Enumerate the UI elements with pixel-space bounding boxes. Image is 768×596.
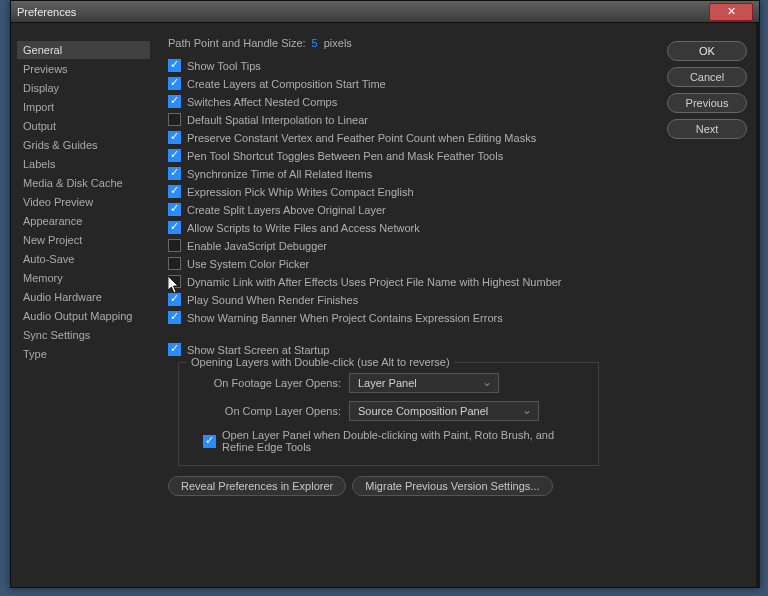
sidebar-item-new-project[interactable]: New Project [17,231,150,249]
path-size-value[interactable]: 5 [312,37,318,49]
check-row: Pen Tool Shortcut Toggles Between Pen an… [164,149,659,162]
check-label: Dynamic Link with After Effects Uses Pro… [187,276,562,288]
sidebar-item-display[interactable]: Display [17,79,150,97]
next-button[interactable]: Next [667,119,747,139]
sidebar-item-video-preview[interactable]: Video Preview [17,193,150,211]
check-label: Expression Pick Whip Writes Compact Engl… [187,186,414,198]
sidebar-item-audio-hardware[interactable]: Audio Hardware [17,288,150,306]
comp-layer-label: On Comp Layer Opens: [191,405,341,417]
footage-layer-label: On Footage Layer Opens: [191,377,341,389]
previous-button[interactable]: Previous [667,93,747,113]
sidebar-item-previews[interactable]: Previews [17,60,150,78]
checkbox[interactable] [168,275,181,288]
sidebar-item-labels[interactable]: Labels [17,155,150,173]
double-click-legend: Opening Layers with Double-click (use Al… [187,356,454,368]
cancel-button[interactable]: Cancel [667,67,747,87]
open-panel-checkbox[interactable] [203,435,216,448]
check-row: Enable JavaScript Debugger [164,239,659,252]
titlebar: Preferences ✕ [11,1,759,23]
sidebar-item-media-disk-cache[interactable]: Media & Disk Cache [17,174,150,192]
checkbox[interactable] [168,59,181,72]
open-panel-label: Open Layer Panel when Double-clicking wi… [222,429,586,453]
sidebar-item-output[interactable]: Output [17,117,150,135]
check-row: Play Sound When Render Finishes [164,293,659,306]
checkbox[interactable] [168,257,181,270]
path-size-row: Path Point and Handle Size: 5 pixels [164,37,659,49]
window-title: Preferences [17,6,709,18]
checkbox[interactable] [168,167,181,180]
check-row: Create Split Layers Above Original Layer [164,203,659,216]
close-icon: ✕ [727,5,736,18]
check-label: Preserve Constant Vertex and Feather Poi… [187,132,536,144]
check-label: Create Split Layers Above Original Layer [187,204,386,216]
checkbox[interactable] [168,113,181,126]
checkbox[interactable] [168,95,181,108]
check-row: Expression Pick Whip Writes Compact Engl… [164,185,659,198]
sidebar-item-grids-guides[interactable]: Grids & Guides [17,136,150,154]
scrollbar[interactable] [756,23,760,587]
sidebar-item-audio-output-mapping[interactable]: Audio Output Mapping [17,307,150,325]
path-size-unit: pixels [324,37,352,49]
checkbox[interactable] [168,293,181,306]
sidebar-item-type[interactable]: Type [17,345,150,363]
startup-label: Show Start Screen at Startup [187,344,329,356]
comp-layer-dropdown[interactable]: Source Composition Panel [349,401,539,421]
check-row: Allow Scripts to Write Files and Access … [164,221,659,234]
sidebar-item-import[interactable]: Import [17,98,150,116]
ok-button[interactable]: OK [667,41,747,61]
checkbox[interactable] [168,149,181,162]
check-row: Default Spatial Interpolation to Linear [164,113,659,126]
sidebar-item-sync-settings[interactable]: Sync Settings [17,326,150,344]
checkbox[interactable] [168,239,181,252]
checkbox[interactable] [168,203,181,216]
sidebar: GeneralPreviewsDisplayImportOutputGrids … [11,23,156,587]
check-row: Dynamic Link with After Effects Uses Pro… [164,275,659,288]
check-row: Show Warning Banner When Project Contain… [164,311,659,324]
check-row: Use System Color Picker [164,257,659,270]
checkbox[interactable] [168,185,181,198]
check-label: Play Sound When Render Finishes [187,294,358,306]
check-row: Synchronize Time of All Related Items [164,167,659,180]
path-size-label: Path Point and Handle Size: [168,37,306,49]
check-label: Switches Affect Nested Comps [187,96,337,108]
main-panel: Path Point and Handle Size: 5 pixels Sho… [156,23,667,587]
checkbox[interactable] [168,77,181,90]
right-buttons: OK Cancel Previous Next [667,23,759,587]
startup-row: Show Start Screen at Startup [164,343,659,356]
check-label: Create Layers at Composition Start Time [187,78,386,90]
sidebar-item-general[interactable]: General [17,41,150,59]
check-label: Use System Color Picker [187,258,309,270]
check-label: Allow Scripts to Write Files and Access … [187,222,420,234]
check-label: Show Tool Tips [187,60,261,72]
sidebar-item-appearance[interactable]: Appearance [17,212,150,230]
check-row: Switches Affect Nested Comps [164,95,659,108]
check-label: Synchronize Time of All Related Items [187,168,372,180]
check-label: Default Spatial Interpolation to Linear [187,114,368,126]
check-row: Show Tool Tips [164,59,659,72]
check-label: Show Warning Banner When Project Contain… [187,312,503,324]
close-button[interactable]: ✕ [709,3,753,21]
startup-checkbox[interactable] [168,343,181,356]
check-label: Enable JavaScript Debugger [187,240,327,252]
check-row: Preserve Constant Vertex and Feather Poi… [164,131,659,144]
footage-layer-dropdown[interactable]: Layer Panel [349,373,499,393]
checkbox[interactable] [168,311,181,324]
comp-layer-value: Source Composition Panel [358,405,488,417]
check-row: Create Layers at Composition Start Time [164,77,659,90]
checkbox[interactable] [168,221,181,234]
double-click-fieldset: Opening Layers with Double-click (use Al… [178,362,599,466]
footage-layer-value: Layer Panel [358,377,417,389]
checkbox[interactable] [168,131,181,144]
sidebar-item-memory[interactable]: Memory [17,269,150,287]
reveal-prefs-button[interactable]: Reveal Preferences in Explorer [168,476,346,496]
check-label: Pen Tool Shortcut Toggles Between Pen an… [187,150,503,162]
sidebar-item-auto-save[interactable]: Auto-Save [17,250,150,268]
migrate-button[interactable]: Migrate Previous Version Settings... [352,476,552,496]
